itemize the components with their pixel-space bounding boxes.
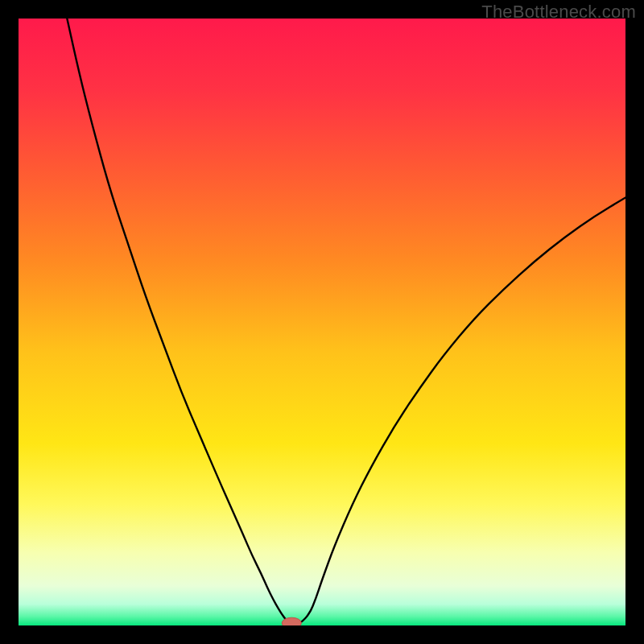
chart-frame: TheBottleneck.com — [0, 0, 644, 644]
optimal-point-marker — [282, 617, 301, 625]
gradient-background — [19, 19, 625, 625]
plot-area — [19, 19, 625, 625]
chart-svg — [19, 19, 625, 625]
